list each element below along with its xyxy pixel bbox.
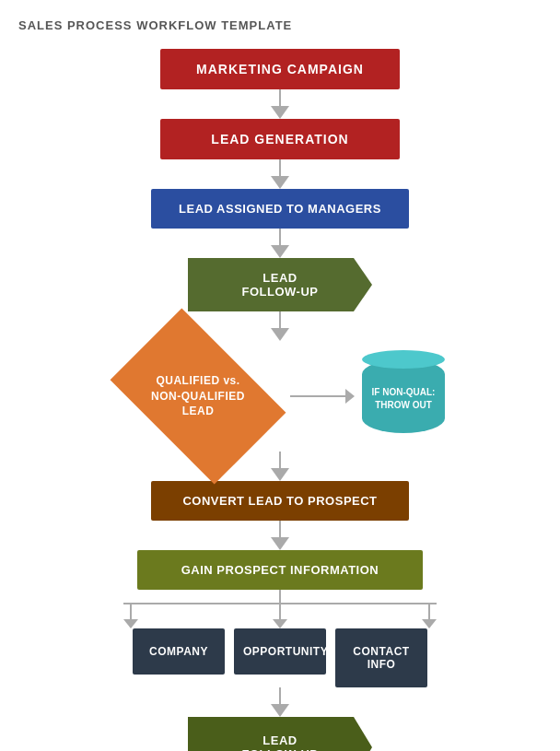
qualified-row: QUALIFIED vs. NON-QUALIFIED LEAD IF NON-… [18, 341, 542, 452]
flowchart: MARKETING CAMPAIGN LEAD GENERATION LEAD … [18, 49, 542, 751]
branch-arrow-center [273, 604, 287, 628]
arrow-7 [271, 687, 289, 717]
arrow-4 [271, 311, 289, 341]
three-col-row: COMPANY OPPORTUNITY CONTACT INFO [105, 628, 455, 687]
arrow-1 [271, 89, 289, 119]
page-title: SALES PROCESS WORKFLOW TEMPLATE [18, 18, 542, 32]
arrow-5 [271, 452, 289, 481]
arrow-6 [271, 521, 289, 550]
lead-followup1-box: LEAD FOLLOW-UP [188, 258, 372, 311]
branch-arrows [123, 604, 437, 628]
qualified-diamond: QUALIFIED vs. NON-QUALIFIED LEAD [115, 341, 281, 452]
contact-info-box: CONTACT INFO [335, 628, 427, 687]
branch-arrow-right [422, 604, 437, 628]
lead-generation-box: LEAD GENERATION [160, 119, 400, 159]
h-line [123, 603, 437, 604]
branch-arrow-left [123, 604, 138, 628]
marketing-campaign-box: MARKETING CAMPAIGN [160, 49, 400, 89]
convert-lead-box: CONVERT LEAD TO PROSPECT [151, 481, 409, 521]
company-box: COMPANY [133, 628, 225, 675]
arrow-2 [271, 159, 289, 189]
nonqual-arrow-line [290, 395, 345, 397]
lead-assigned-box: LEAD ASSIGNED TO MANAGERS [151, 189, 409, 229]
arrow-3 [271, 229, 289, 258]
nonqual-cylinder: IF NON-QUAL: THROW OUT [362, 359, 445, 433]
lead-followup2-box: LEAD FOLLOW-UP [188, 717, 372, 751]
opportunity-box: OPPORTUNITY [234, 628, 326, 675]
gain-prospect-box: GAIN PROSPECT INFORMATION [137, 550, 423, 590]
nonqual-arrow-head [345, 389, 355, 404]
branch-container [105, 590, 455, 628]
